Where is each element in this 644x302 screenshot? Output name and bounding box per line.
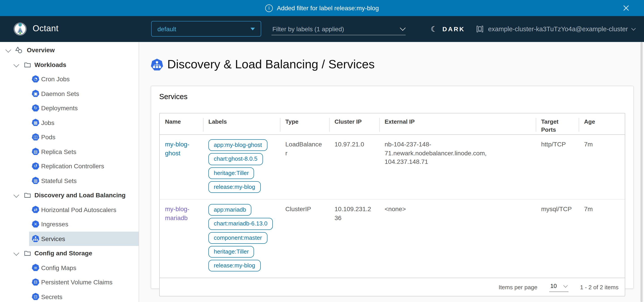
label-pill[interactable]: heritage:Tiller (208, 246, 254, 258)
items-per-page-label: Items per page (499, 284, 537, 291)
type-cell: LoadBalancer (280, 135, 329, 199)
label-pill[interactable]: release:my-blog (208, 181, 260, 193)
cluster-selector[interactable]: example-cluster-ka3TuTzYo4a@example-clus… (476, 16, 635, 42)
column-header-labels: Labels (203, 113, 280, 134)
service-name-link[interactable]: my-blog-mariadb (165, 205, 190, 221)
sidebar-item-persistent-volume-claims[interactable]: ⊟ Persistent Volume Claims (0, 275, 139, 290)
app-title: Octant (33, 24, 58, 33)
sidebar-item-label: Overview (27, 47, 55, 54)
ingresses-icon: × (32, 220, 39, 228)
table-footer: Items per page 10 1 - 2 of 2 items (160, 278, 625, 296)
sidebar-section-label: Discovery and Load Balancing (34, 192, 126, 199)
sidebar-section-config-and-storage[interactable]: Config and Storage (0, 246, 139, 261)
labels-cell: app:mariadb chart:mariadb-6.13.0 compone… (203, 200, 280, 278)
target-ports-cell: mysql/TCP (536, 200, 579, 278)
replica-sets-icon: ▤ (32, 148, 39, 155)
services-icon (32, 235, 39, 242)
chevron-down-icon[interactable] (5, 47, 11, 52)
sidebar-item-label: Config Maps (41, 264, 76, 271)
theme-toggle-label: DARK (442, 25, 465, 33)
namespace-dropdown[interactable]: default (151, 21, 261, 37)
sidebar-item-label: Persistent Volume Claims (41, 279, 112, 286)
services-table: Name Labels Type Cluster IP External IP … (159, 113, 625, 297)
age-cell: 7m (579, 135, 625, 199)
sidebar-item-config-maps[interactable]: ≡ Config Maps (0, 261, 139, 275)
persistent-volume-claims-icon: ⊟ (32, 278, 39, 286)
sidebar-item-replication-controllers[interactable]: ↺ Replication Controllers (0, 159, 139, 173)
label-pill[interactable]: app:mariadb (208, 204, 252, 216)
alert-bar: i Added filter for label release:my-blog (0, 0, 644, 16)
items-per-page-select[interactable]: 10 (549, 283, 568, 292)
chevron-down-icon[interactable] (14, 192, 19, 197)
label-pill[interactable]: chart:ghost-8.0.5 (208, 153, 263, 165)
horizontal-pod-autoscalers-icon: ⇄ (32, 206, 39, 213)
type-cell: ClusterIP (280, 200, 329, 278)
sidebar-item-deployments[interactable]: ↻ Deployments (0, 101, 139, 115)
sidebar-item-pods[interactable]: ◫ Pods (0, 130, 139, 145)
moon-icon: ☾ (431, 25, 438, 33)
sidebar-item-stateful-sets[interactable]: ▥ Stateful Sets (0, 173, 139, 188)
chevron-down-icon (631, 26, 636, 31)
folder-icon (24, 250, 31, 257)
labels-cell: app:my-blog-ghost chart:ghost-8.0.5 heri… (203, 135, 280, 199)
config-maps-icon: ≡ (32, 264, 39, 271)
card-title: Services (151, 86, 633, 101)
services-page-icon (151, 58, 163, 71)
label-pill[interactable]: heritage:Tiller (208, 167, 254, 179)
column-header-external-ip: External IP (379, 113, 536, 134)
sidebar: Overview Workloads ◔ Cron Jobs ▣ Daemon … (0, 42, 139, 302)
alert-message: Added filter for label release:my-blog (277, 4, 379, 12)
sidebar-item-label: Ingresses (41, 221, 68, 228)
sidebar-item-services[interactable]: Services (0, 231, 139, 246)
label-filter-text: Filter by labels (1 applied) (272, 25, 344, 32)
cluster-name: example-cluster-ka3TuTzYo4a@example-clus… (488, 25, 628, 33)
deployments-icon: ↻ (32, 104, 39, 112)
chevron-down-icon[interactable] (14, 250, 19, 256)
cluster-ip-cell: 10.97.21.0 (329, 135, 379, 199)
cluster-icon (476, 25, 484, 33)
label-pill[interactable]: app:my-blog-ghost (208, 139, 267, 151)
folder-icon (24, 191, 31, 199)
sidebar-item-label: Secrets (41, 293, 62, 301)
info-icon: i (265, 4, 273, 12)
sidebar-item-label: Cron Jobs (41, 76, 70, 83)
sidebar-item-label: Replica Sets (41, 148, 76, 155)
sidebar-section-label: Workloads (34, 61, 66, 68)
label-pill[interactable]: chart:mariadb-6.13.0 (208, 218, 273, 230)
folder-icon (24, 61, 31, 69)
sidebar-item-horizontal-pod-autoscalers[interactable]: ⇄ Horizontal Pod Autoscalers (0, 202, 139, 217)
secrets-icon: ⊡ (32, 293, 39, 301)
label-pill[interactable]: component:master (208, 232, 267, 244)
sidebar-item-ingresses[interactable]: × Ingresses (0, 217, 139, 231)
sidebar-item-label: Stateful Sets (41, 177, 77, 184)
cluster-ip-cell: 10.109.231.236 (329, 200, 379, 278)
sidebar-item-daemon-sets[interactable]: ▣ Daemon Sets (0, 86, 139, 101)
stateful-sets-icon: ▥ (32, 177, 39, 184)
label-pill[interactable]: release:my-blog (208, 260, 260, 272)
sidebar-item-cron-jobs[interactable]: ◔ Cron Jobs (0, 72, 139, 86)
dark-theme-toggle[interactable]: ☾ DARK (431, 16, 465, 42)
items-per-page-value: 10 (550, 283, 557, 289)
vertical-scrollbar[interactable] (640, 42, 643, 302)
label-filter-input[interactable]: Filter by labels (1 applied) (272, 23, 406, 35)
table-row: my-blog-mariadb app:mariadb chart:mariad… (160, 199, 625, 278)
sidebar-item-overview[interactable]: Overview (0, 43, 139, 57)
jobs-icon: ▦ (32, 119, 39, 126)
column-header-age: Age (579, 113, 625, 134)
sidebar-section-workloads[interactable]: Workloads (0, 57, 139, 72)
sidebar-item-jobs[interactable]: ▦ Jobs (0, 115, 139, 130)
overview-icon (15, 46, 23, 54)
sidebar-item-label: Services (41, 235, 65, 242)
main-content: Discovery & Load Balancing / Services Se… (139, 42, 644, 302)
close-icon[interactable] (622, 4, 630, 12)
chevron-down-icon[interactable] (14, 61, 19, 67)
sidebar-section-discovery-load-balancing[interactable]: Discovery and Load Balancing (0, 188, 139, 202)
cron-jobs-icon: ◔ (32, 75, 39, 83)
page-title: Discovery & Load Balancing / Services (167, 58, 374, 71)
services-card: Services Name Labels Type Cluster IP Ext… (151, 86, 634, 289)
sidebar-item-replica-sets[interactable]: ▤ Replica Sets (0, 145, 139, 159)
column-header-type: Type (280, 113, 329, 134)
sidebar-item-label: Daemon Sets (41, 90, 79, 97)
service-name-link[interactable]: my-blog-ghost (165, 141, 190, 156)
sidebar-item-secrets[interactable]: ⊡ Secrets (0, 290, 139, 302)
